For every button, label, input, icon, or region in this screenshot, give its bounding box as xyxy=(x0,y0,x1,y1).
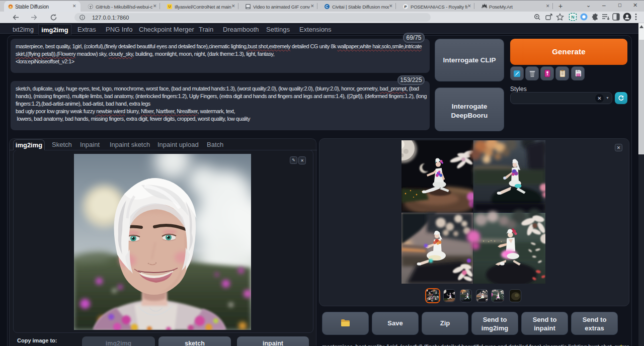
svg-text:N: N xyxy=(571,15,575,20)
svg-text:P: P xyxy=(404,5,407,9)
